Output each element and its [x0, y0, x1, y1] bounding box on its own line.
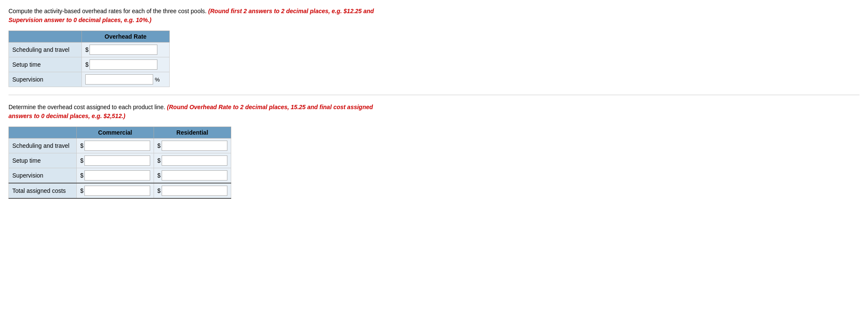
table-row: Setup time $ — [9, 57, 170, 72]
supervision-commercial-cell: $ — [77, 168, 154, 184]
table-row: Supervision % — [9, 72, 170, 87]
supervision-commercial-prefix: $ — [80, 172, 84, 179]
supervision-input[interactable] — [85, 74, 153, 85]
table-row: Scheduling and travel $ — [9, 42, 170, 57]
table1-overhead-rate-header: Overhead Rate — [81, 31, 169, 42]
row2-label-setup-time: Setup time — [9, 153, 77, 168]
supervision-commercial-input[interactable] — [84, 170, 150, 181]
total-commercial-prefix: $ — [80, 187, 84, 194]
setup-time-input-cell: $ — [81, 57, 169, 72]
scheduling-residential-prefix: $ — [157, 142, 161, 149]
scheduling-travel-input[interactable] — [90, 45, 157, 55]
table2-residential-header: Residential — [154, 127, 231, 138]
total-residential-cell: $ — [154, 183, 231, 198]
setup-residential-cell: $ — [154, 153, 231, 168]
total-commercial-input[interactable] — [84, 186, 150, 196]
supervision-residential-input[interactable] — [162, 170, 227, 181]
scheduling-travel-input-cell: $ — [81, 42, 169, 57]
supervision-residential-prefix: $ — [157, 172, 161, 179]
section2: Determine the overhead cost assigned to … — [8, 103, 860, 199]
scheduling-commercial-cell: $ — [77, 138, 154, 153]
setup-residential-input[interactable] — [162, 155, 227, 166]
supervision-residential-cell: $ — [154, 168, 231, 184]
scheduling-residential-input[interactable] — [162, 141, 227, 151]
setup-residential-prefix: $ — [157, 157, 161, 164]
table-row-total: Total assigned costs $ $ — [9, 183, 231, 198]
setup-time-input[interactable] — [90, 59, 157, 70]
overhead-cost-table: Commercial Residential Scheduling and tr… — [8, 127, 231, 199]
total-residential-input[interactable] — [162, 186, 227, 196]
table1-empty-header — [9, 31, 82, 42]
row-label-setup-time: Setup time — [9, 57, 82, 72]
table-row: Supervision $ $ — [9, 168, 231, 184]
supervision-suffix: % — [155, 76, 160, 83]
row2-label-scheduling-travel: Scheduling and travel — [9, 138, 77, 153]
table2-empty-header — [9, 127, 77, 138]
instruction2: Determine the overhead cost assigned to … — [8, 103, 390, 121]
instruction1: Compute the activity-based overhead rate… — [8, 7, 390, 25]
scheduling-commercial-prefix: $ — [80, 142, 84, 149]
table-row: Scheduling and travel $ $ — [9, 138, 231, 153]
setup-time-prefix: $ — [85, 61, 89, 68]
scheduling-commercial-input[interactable] — [84, 141, 150, 151]
setup-commercial-cell: $ — [77, 153, 154, 168]
instruction1-plain: Compute the activity-based overhead rate… — [8, 8, 208, 14]
scheduling-travel-prefix: $ — [85, 46, 89, 53]
section1: Compute the activity-based overhead rate… — [8, 7, 860, 87]
instruction2-plain: Determine the overhead cost assigned to … — [8, 104, 167, 110]
scheduling-residential-cell: $ — [154, 138, 231, 153]
setup-commercial-prefix: $ — [80, 157, 84, 164]
setup-commercial-input[interactable] — [84, 155, 150, 166]
section-divider — [8, 95, 860, 95]
row2-label-supervision: Supervision — [9, 168, 77, 184]
row-label-scheduling-travel: Scheduling and travel — [9, 42, 82, 57]
overhead-rate-table: Overhead Rate Scheduling and travel $ Se… — [8, 31, 170, 87]
total-residential-prefix: $ — [157, 187, 161, 194]
table2-commercial-header: Commercial — [77, 127, 154, 138]
supervision-input-cell: % — [81, 72, 169, 87]
table-row: Setup time $ $ — [9, 153, 231, 168]
row2-label-total: Total assigned costs — [9, 183, 77, 198]
total-commercial-cell: $ — [77, 183, 154, 198]
row-label-supervision: Supervision — [9, 72, 82, 87]
